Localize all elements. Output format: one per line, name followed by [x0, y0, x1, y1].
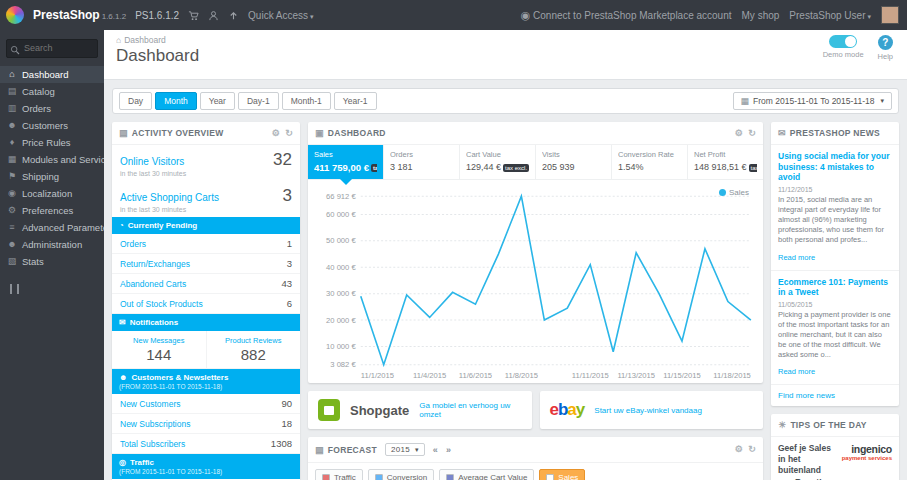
band-title: Customers & Newsletters [131, 373, 228, 382]
svg-text:66 912 €: 66 912 € [326, 192, 356, 201]
help-icon[interactable]: ? [878, 35, 893, 50]
online-visitors-link[interactable]: Online Visitors [120, 156, 184, 167]
sales-line-chart: 3 082 €10 000 €20 000 €30 000 €40 000 €5… [312, 186, 759, 381]
year-1-button[interactable]: Year-1 [334, 92, 377, 110]
sidebar-item-shipping[interactable]: ⚑Shipping [0, 168, 104, 185]
tips-of-the-day-panel: ☀ TIPS OF THE DAY Geef je Sales in het b… [771, 414, 899, 480]
out-of-stock-link[interactable]: Out of Stock Products [120, 299, 203, 309]
collapse-sidebar-button[interactable] [10, 284, 19, 294]
day-1-button[interactable]: Day-1 [238, 92, 279, 110]
sidebar-item-localization[interactable]: ◉Localization [0, 185, 104, 202]
new-customers-link[interactable]: New Customers [120, 399, 180, 409]
article-title-link[interactable]: Ecommerce 101: Payments in a Tweet [778, 277, 892, 298]
returns-link[interactable]: Return/Exchanges [120, 259, 190, 269]
svg-text:50 000 €: 50 000 € [326, 236, 356, 245]
sidebar-item-price-rules[interactable]: ♦Price Rules [0, 134, 104, 151]
kpi-cart-value[interactable]: Cart Value 129,44 €tax excl. [459, 145, 535, 179]
activity-overview-panel: ▤ ACTIVITY OVERVIEW ⚙ ↻ Online Visitors … [112, 122, 300, 480]
kpi-net-profit[interactable]: Net Profit 148 918,51 €tax excl. [687, 145, 763, 179]
sidebar-item-catalog[interactable]: ▤Catalog [0, 83, 104, 100]
average-cart-value-toggle[interactable]: Average Cart Value [439, 469, 534, 480]
sidebar-item-label: Price Rules [22, 137, 71, 148]
sidebar-item-preferences[interactable]: ⚙Preferences [0, 202, 104, 219]
sidebar-item-advanced-parameters[interactable]: ≡Advanced Parameters [0, 219, 104, 236]
date-filter-bar: Day Month Year Day-1 Month-1 Year-1 ▦ Fr… [112, 88, 899, 114]
avatar[interactable] [881, 6, 899, 24]
refresh-icon[interactable]: ↻ [285, 129, 293, 138]
svg-text:30 000 €: 30 000 € [326, 289, 356, 298]
kpi-value-text: 148 918,51 € [694, 162, 747, 172]
year-select[interactable]: 2015▾ [385, 443, 425, 456]
demo-mode-toggle[interactable] [829, 35, 857, 48]
conversion-toggle[interactable]: Conversion [368, 469, 434, 480]
kpi-value-text: 411 759,00 € [314, 162, 369, 173]
sidebar-item-administration[interactable]: ☻Administration [0, 236, 104, 253]
chart-legend[interactable]: Sales [719, 188, 749, 197]
shopgate-promo: Shopgate Ga mobiel en verhoog uw omzet [308, 391, 532, 429]
kpi-value: 129,44 €tax excl. [466, 162, 529, 172]
quick-access-menu[interactable]: Quick Access▾ [248, 10, 314, 21]
user-icon[interactable] [208, 10, 219, 21]
kpi-label: Conversion Rate [618, 150, 681, 159]
breadcrumb-label: Dashboard [124, 35, 166, 45]
kpi-conversion-rate[interactable]: Conversion Rate 1.54% [611, 145, 687, 179]
month-button[interactable]: Month [155, 92, 197, 110]
svg-text:11/4/2015: 11/4/2015 [413, 371, 446, 380]
traffic-toggle[interactable]: Traffic [315, 469, 363, 480]
sidebar-item-label: Modules and Services [22, 154, 104, 165]
ebay-link[interactable]: Start uw eBay-winkel vandaag [594, 406, 702, 415]
my-shop-link[interactable]: My shop [742, 10, 780, 21]
search-icon [10, 41, 20, 59]
total-subscribers-link[interactable]: Total Subscribers [120, 439, 185, 449]
svg-text:40 000 €: 40 000 € [326, 263, 356, 272]
date-range-picker[interactable]: ▦ From 2015-11-01 To 2015-11-18 ▾ [733, 92, 892, 110]
gear-icon[interactable]: ⚙ [735, 445, 743, 454]
home-icon: ⌂ [7, 69, 17, 79]
find-more-news-link[interactable]: Find more news [771, 385, 899, 406]
sidebar-item-stats[interactable]: ▧Stats [0, 253, 104, 270]
refresh-icon[interactable]: ↻ [748, 129, 756, 138]
product-reviews[interactable]: Product Reviews 882 [206, 331, 301, 368]
read-more-link[interactable]: Read more [778, 253, 815, 262]
returns-value: 3 [287, 258, 292, 269]
month-1-button[interactable]: Month-1 [282, 92, 331, 110]
user-menu[interactable]: PrestaShop User▾ [789, 10, 871, 21]
day-button[interactable]: Day [119, 92, 152, 110]
refresh-icon[interactable]: ↻ [748, 445, 756, 454]
new-subscriptions-row: New Subscriptions18 [112, 414, 300, 434]
sidebar-item-dashboard[interactable]: ⌂Dashboard [0, 66, 104, 83]
kpi-value: 1.54% [618, 162, 681, 172]
upload-icon[interactable] [228, 10, 239, 21]
new-subscriptions-link[interactable]: New Subscriptions [120, 419, 190, 429]
shopgate-link[interactable]: Ga mobiel en verhoog uw omzet [419, 401, 521, 419]
gear-icon[interactable]: ⚙ [735, 129, 743, 138]
svg-text:3 082 €: 3 082 € [330, 360, 356, 369]
marketplace-link[interactable]: ◉ Connect to PrestaShop Marketplace acco… [521, 10, 732, 21]
kpi-sales[interactable]: Sales 411 759,00 €tax excl. [308, 145, 383, 179]
ingenico-logo-subtext: payment services [842, 455, 892, 461]
new-messages[interactable]: New Messages 144 [112, 331, 206, 368]
active-carts-link[interactable]: Active Shopping Carts [120, 192, 219, 203]
previous-year-button[interactable]: « [433, 445, 438, 455]
kpi-orders[interactable]: Orders 3 181 [383, 145, 459, 179]
sidebar-item-customers[interactable]: ☻Customers [0, 117, 104, 134]
tips-headline: Geef je Sales in het buitenland een Boos… [778, 443, 837, 480]
kpi-visits[interactable]: Visits 205 939 [535, 145, 611, 179]
gear-icon[interactable]: ⚙ [272, 129, 280, 138]
band-title: Notifications [130, 318, 178, 327]
abandoned-carts-link[interactable]: Abandoned Carts [120, 279, 186, 289]
article-title-link[interactable]: Using social media for your business: 4 … [778, 151, 892, 183]
read-more-link[interactable]: Read more [778, 367, 815, 376]
help-control: ? Help [878, 35, 893, 61]
cart-icon[interactable] [188, 10, 199, 21]
year-button[interactable]: Year [200, 92, 235, 110]
sidebar-item-label: Preferences [22, 205, 73, 216]
sidebar-item-modules[interactable]: ▦Modules and Services [0, 151, 104, 168]
ebay-logo: ebay [550, 400, 585, 420]
sidebar-item-orders[interactable]: ▥Orders [0, 100, 104, 117]
quick-access-label: Quick Access [248, 10, 308, 21]
online-visitors-sub: in the last 30 minutes [112, 170, 300, 181]
orders-link[interactable]: Orders [120, 239, 146, 249]
next-year-button[interactable]: » [446, 445, 451, 455]
sales-toggle[interactable]: Sales [539, 469, 585, 480]
